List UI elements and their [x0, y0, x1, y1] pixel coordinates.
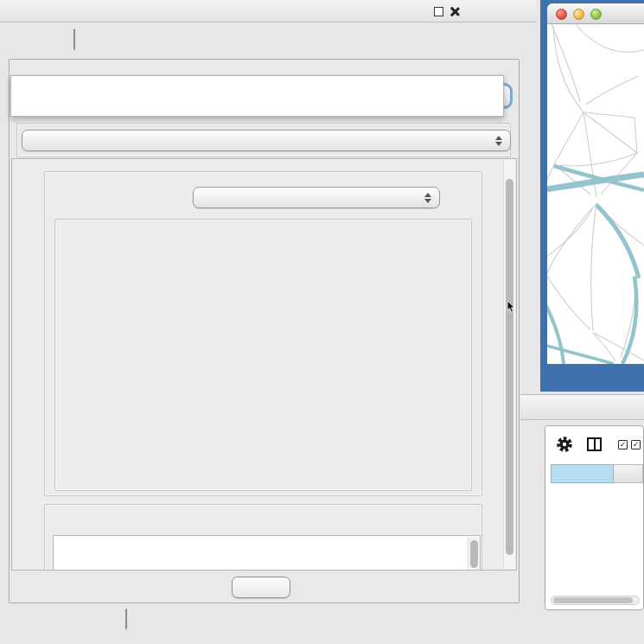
mouse-cursor	[507, 301, 517, 313]
network-canvas[interactable]	[547, 24, 644, 364]
column-header-name[interactable]	[614, 464, 643, 483]
table-panel: ✓ ✓	[545, 425, 644, 610]
close-panel-icon[interactable]	[449, 6, 460, 17]
table-data-combobox[interactable]	[22, 130, 511, 151]
column-header-shared-name[interactable]	[551, 464, 614, 483]
top-tabstrip	[73, 29, 75, 50]
attributes-listbox	[53, 535, 481, 571]
network-view-window	[540, 0, 644, 392]
settings-scroll-area	[11, 158, 517, 571]
table-rows	[551, 483, 643, 594]
bottom-tabstrip	[125, 609, 127, 629]
number-of-intervals-combobox[interactable]	[193, 187, 440, 208]
float-window-icon[interactable]	[434, 7, 443, 16]
algorithm-dropdown-popup	[10, 75, 504, 117]
attributes-list-scrollbar[interactable]	[468, 537, 480, 571]
apply-button[interactable]	[232, 577, 290, 598]
network-window-titlebar[interactable]	[547, 3, 644, 24]
network-edges	[547, 24, 644, 361]
control-panel-titlebar	[0, 0, 536, 22]
minimize-traffic-light-icon[interactable]	[573, 9, 584, 20]
dropdown-hint	[11, 76, 503, 90]
combo-arrows-icon	[424, 193, 431, 203]
gear-icon[interactable]	[556, 436, 573, 453]
close-traffic-light-icon[interactable]	[556, 9, 567, 20]
thresholds-group	[54, 219, 472, 491]
split-columns-icon[interactable]	[587, 437, 602, 451]
settings-vertical-scrollbar[interactable]	[503, 160, 515, 569]
table-panel-header	[520, 394, 644, 420]
checkbox-icon[interactable]: ✓	[631, 440, 641, 450]
table-horizontal-scrollbar[interactable]	[551, 596, 640, 605]
zoom-traffic-light-icon[interactable]	[590, 9, 602, 20]
table-header-row	[551, 464, 643, 483]
combo-arrows-icon	[495, 136, 502, 146]
checkbox-icon[interactable]: ✓	[618, 440, 628, 450]
